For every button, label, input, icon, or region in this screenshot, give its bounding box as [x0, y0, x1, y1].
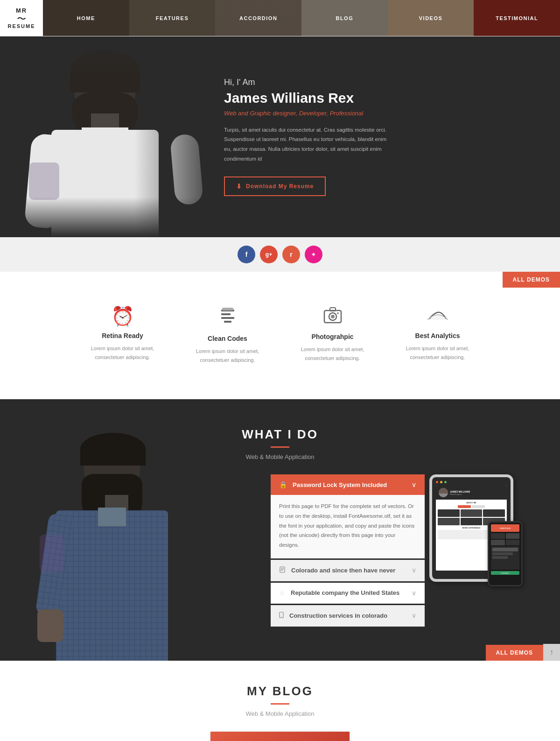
accordion-label-colorado: Colorado and since then have never — [291, 567, 395, 574]
blog-preview — [210, 731, 350, 741]
svg-rect-5 — [222, 308, 233, 311]
feature-title-analytics: Best Analytics — [415, 332, 460, 339]
social-reddit-button[interactable]: r — [282, 246, 300, 263]
nav-item-videos[interactable]: VIDEOS — [388, 0, 474, 36]
what-divider — [271, 446, 289, 448]
feature-item-codes: Clean Codes Lorem ipsum dolor sit amet, … — [175, 297, 280, 374]
accordion-item-construction[interactable]: Construction services in colorado ∨ — [271, 605, 425, 627]
accordion-label-construction: Construction services in colorado — [289, 612, 387, 619]
accordion-area: 🔒 Password Lock System Included ∨ Print … — [271, 474, 425, 628]
nav-label-accordion: ACCORDION — [215, 0, 301, 36]
blog-title: MY BLOG — [0, 684, 560, 699]
what-inner: 🔒 Password Lock System Included ∨ Print … — [0, 474, 560, 628]
all-demos-bottom-button[interactable]: ALL DEMOS — [486, 645, 543, 661]
svg-point-16 — [281, 617, 282, 618]
blog-subtitle: Web & Mobile Application — [0, 710, 560, 717]
nav-label-features: FEATURES — [129, 0, 216, 36]
feature-title-retina: Retina Ready — [102, 332, 143, 339]
feature-desc-photo: Lorem ipsum dolor sit amet, consectetuer… — [294, 345, 371, 362]
mobile-icon — [279, 612, 284, 620]
logo-wave: 〜 — [17, 14, 26, 23]
what-title: WHAT I DO — [242, 427, 318, 442]
website-icon: ✦ — [311, 251, 316, 258]
hero-greeting: Hi, I' Am — [224, 78, 532, 87]
what-content: WHAT I DO Web & Mobile Application 🔒 Pas… — [0, 427, 560, 628]
svg-rect-3 — [224, 321, 231, 323]
social-bar: f g+ r ✦ — [0, 237, 560, 272]
features-grid: ⏰ Retina Ready Lorem ipsum dolor sit ame… — [70, 297, 490, 374]
nav-item-testimonial[interactable]: TESTIMONIAL — [474, 0, 560, 36]
hero-content: Hi, I' Am James Willians Rex Web and Gra… — [224, 36, 560, 237]
download-icon: ⬇ — [236, 183, 242, 190]
svg-rect-2 — [221, 317, 234, 319]
hero-section: Hi, I' Am James Willians Rex Web and Gra… — [0, 36, 560, 237]
logo-mr: MR — [16, 7, 27, 14]
retina-icon: ⏰ — [111, 307, 134, 325]
hero-description: Turpis, sit amet iaculis dui consectetur… — [224, 125, 392, 164]
chevron-down-icon-construction: ∨ — [412, 612, 416, 619]
logo-area[interactable]: MR 〜 RESUME — [0, 0, 43, 36]
chevron-down-icon-reputable: ∨ — [412, 589, 416, 597]
what-i-do-section: WHAT I DO Web & Mobile Application 🔒 Pas… — [0, 399, 560, 660]
social-facebook-button[interactable]: f — [238, 246, 255, 263]
accordion-item-colorado[interactable]: Colorado and since then have never ∨ — [271, 560, 425, 581]
facebook-icon: f — [245, 251, 248, 258]
reddit-icon: r — [290, 251, 292, 258]
phone-mockup: PORTFOLIO — [488, 521, 523, 586]
nav-label-videos: VIDEOS — [388, 0, 474, 36]
feature-title-photo: Photograhpic — [311, 333, 353, 340]
accordion-header-construction[interactable]: Construction services in colorado ∨ — [271, 605, 425, 626]
photo-icon — [323, 307, 342, 326]
clipboard-icon — [279, 566, 286, 574]
analytics-icon — [427, 307, 449, 325]
nav-item-blog[interactable]: BLOG — [301, 0, 388, 36]
accordion-label-password: Password Lock System Included — [293, 481, 387, 488]
social-website-button[interactable]: ✦ — [305, 246, 322, 263]
feature-desc-codes: Lorem ipsum dolor sit amet, consectetuer… — [189, 347, 266, 364]
navbar: MR 〜 RESUME HOME FEATURES ACCORDION BLOG — [0, 0, 560, 36]
feature-desc-retina: Lorem ipsum dolor sit amet, consectetuer… — [84, 344, 161, 361]
download-resume-button[interactable]: ⬇ Download My Resume — [224, 176, 326, 196]
what-subtitle: Web & Mobile Application — [245, 453, 314, 460]
accordion-item-reputable[interactable]: ☆ Reputable company the United States ∨ — [271, 583, 425, 604]
logo-resume: RESUME — [7, 23, 35, 29]
blog-section: MY BLOG Web & Mobile Application — [0, 661, 560, 741]
feature-item-photo: Photograhpic Lorem ipsum dolor sit amet,… — [280, 297, 385, 374]
feature-desc-analytics: Lorem ipsum dolor sit amet, consectetuer… — [399, 344, 476, 361]
hero-image-area — [0, 36, 224, 237]
download-resume-label: Download My Resume — [246, 183, 314, 190]
svg-point-8 — [331, 315, 335, 318]
scroll-up-button[interactable]: ↑ — [543, 644, 560, 661]
hero-role: Web and Graphic designer, Developer, Pro… — [224, 110, 532, 117]
mockup-container: JAMES WILLIAMS Web Designer ABOUT ME — [429, 474, 523, 586]
accordion-item-password[interactable]: 🔒 Password Lock System Included ∨ Print … — [271, 474, 425, 558]
nav-item-accordion[interactable]: ACCORDION — [215, 0, 301, 36]
codes-icon — [218, 307, 237, 328]
nav-label-testimonial: TESTIMONIAL — [474, 0, 560, 36]
blog-divider — [271, 703, 289, 705]
nav-label-blog: BLOG — [301, 0, 388, 36]
accordion-header-reputable[interactable]: ☆ Reputable company the United States ∨ — [271, 583, 425, 603]
mockup-area: JAMES WILLIAMS Web Designer ABOUT ME — [429, 474, 523, 586]
accordion-header-colorado[interactable]: Colorado and since then have never ∨ — [271, 560, 425, 581]
accordion-header-password[interactable]: 🔒 Password Lock System Included ∨ — [271, 474, 425, 495]
nav-label-home: HOME — [43, 0, 129, 36]
svg-rect-1 — [221, 313, 231, 315]
nav-item-home[interactable]: HOME — [43, 0, 129, 36]
accordion-text-password: Print this page to PDF for the complete … — [279, 501, 416, 550]
feature-item-analytics: Best Analytics Lorem ipsum dolor sit ame… — [385, 297, 490, 374]
googleplus-icon: g+ — [266, 251, 272, 258]
accordion-label-reputable: Reputable company the United States — [291, 589, 399, 596]
social-googleplus-button[interactable]: g+ — [260, 246, 278, 263]
lock-icon: 🔒 — [279, 481, 287, 488]
arrow-up-icon: ↑ — [550, 648, 553, 656]
all-demos-top-button[interactable]: ALL DEMOS — [503, 272, 560, 288]
hero-name: James Willians Rex — [224, 90, 532, 106]
svg-point-10 — [337, 312, 339, 314]
nav-item-features[interactable]: FEATURES — [129, 0, 216, 36]
star-icon: ☆ — [279, 589, 285, 597]
accordion-body-password: Print this page to PDF for the complete … — [271, 495, 425, 558]
feature-title-codes: Clean Codes — [208, 335, 247, 342]
features-section: ALL DEMOS ⏰ Retina Ready Lorem ipsum dol… — [0, 272, 560, 399]
feature-item-retina: ⏰ Retina Ready Lorem ipsum dolor sit ame… — [70, 297, 175, 374]
